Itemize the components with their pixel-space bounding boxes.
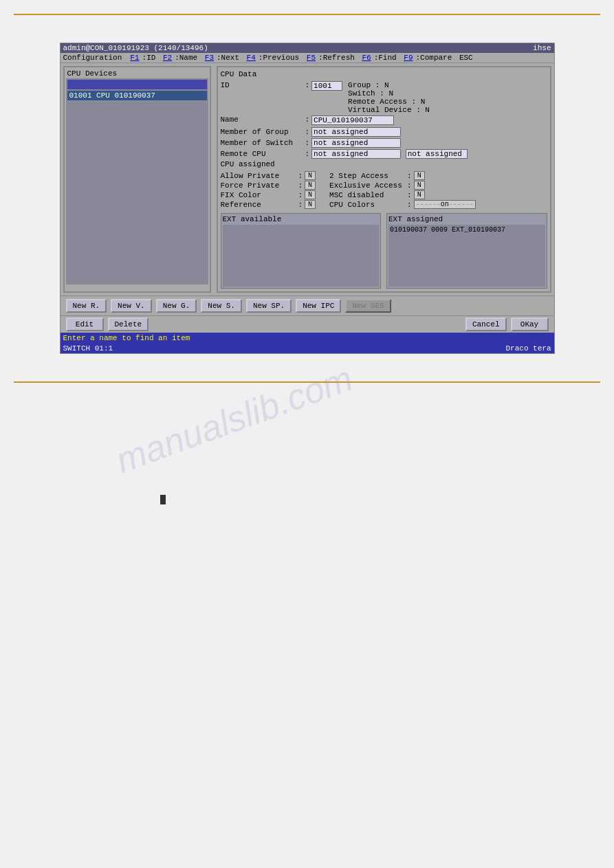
flags-right: 2 Step Access : N Exclusive Access : N M…	[329, 171, 476, 209]
btn-cancel[interactable]: Cancel	[465, 318, 507, 331]
left-panel: CPU Devices 01001 CPU 010190037	[63, 66, 211, 293]
device-list-empty	[67, 101, 207, 280]
id-input[interactable]	[311, 81, 342, 91]
name-input[interactable]	[311, 115, 394, 125]
menu-f5[interactable]: F5:Refresh	[307, 54, 355, 62]
virtual-device-label: Virtual Device : N	[348, 106, 430, 114]
btn-new-ses: New SES	[345, 299, 391, 313]
btn-new-sp[interactable]: New SP.	[246, 299, 292, 313]
remote-cpu-row: Remote CPU :	[221, 149, 547, 159]
status-bar: Enter a name to find an item	[61, 333, 554, 344]
reference-label: Reference	[221, 201, 296, 209]
menu-f9[interactable]: F9:Compare	[404, 54, 452, 62]
bottom-right: Draco tera	[505, 344, 551, 353]
virtual-device-value: N	[425, 106, 430, 114]
name-label: Name	[221, 115, 303, 124]
member-switch-row: Member of Switch :	[221, 138, 547, 148]
bottom-border	[14, 381, 600, 383]
bottom-bar: SWITCH 01:1 Draco tera	[61, 344, 554, 353]
device-item[interactable]: 01001 CPU 010190037	[67, 91, 207, 100]
ext-assigned-title: EXT assigned	[388, 215, 545, 223]
member-group-label: Member of Group	[221, 128, 303, 136]
ext-available-box: EXT available	[221, 213, 382, 289]
menu-f6[interactable]: F6:Find	[362, 54, 396, 62]
btn-okay[interactable]: OKay	[511, 318, 549, 331]
cpu-colors-val[interactable]: ------on------	[414, 200, 476, 209]
title-left: admin@CON_010191923 (2140/13496)	[63, 44, 208, 52]
ext-assigned-box: EXT assigned 010190037 0009 EXT_01019003…	[386, 213, 547, 289]
cpu-data-title: CPU Data	[221, 70, 547, 78]
member-switch-input[interactable]	[311, 138, 401, 148]
id-row: ID : Group : N Switch : N Remote Access …	[221, 81, 547, 114]
force-private-row: Force Private : N	[221, 181, 316, 190]
btn-new-g[interactable]: New G.	[156, 299, 197, 313]
menu-esc[interactable]: ESC	[459, 54, 473, 62]
group-right-labels: Group : N Switch : N Remote Access : N V…	[348, 81, 430, 114]
switch-label: Switch : N	[348, 89, 393, 98]
menu-bar: Configuration F1:ID F2:Name F3:Next F4:P…	[61, 53, 554, 63]
force-private-val[interactable]: N	[305, 181, 316, 190]
fix-color-val[interactable]: N	[305, 190, 316, 199]
allow-private-label: Allow Private	[221, 172, 296, 180]
name-row: Name :	[221, 115, 547, 125]
button-row-1: New R. New V. New G. New S. New SP. New …	[61, 296, 554, 315]
reference-row: Reference : N	[221, 200, 316, 209]
top-border	[14, 14, 600, 15]
btn-new-v[interactable]: New V.	[111, 299, 152, 313]
member-group-row: Member of Group :	[221, 127, 547, 137]
ext-section: EXT available EXT assigned 010190037 000…	[221, 213, 547, 289]
title-right: ihse	[533, 44, 551, 52]
fix-color-label: FIX Color	[221, 191, 296, 199]
remote-access-value: N	[421, 98, 426, 106]
allow-private-row: Allow Private : N	[221, 171, 316, 180]
id-label: ID	[221, 81, 303, 89]
allow-private-val[interactable]: N	[305, 171, 316, 180]
remote-cpu-label: Remote CPU	[221, 150, 303, 158]
bottom-left: SWITCH 01:1	[63, 344, 113, 353]
btn-new-r[interactable]: New R.	[66, 299, 107, 313]
member-group-input[interactable]	[311, 127, 401, 137]
ext-available-title: EXT available	[223, 215, 380, 223]
remote-cpu-input[interactable]	[311, 149, 401, 159]
watermark: manualslib.com	[111, 357, 358, 481]
cpu-colors-label: CPU Colors	[329, 201, 405, 209]
menu-f2[interactable]: F2:Name	[163, 54, 197, 62]
device-highlight	[67, 80, 207, 89]
cpu-devices-title: CPU Devices	[66, 69, 208, 78]
flags-section: Allow Private : N Force Private : N FIX …	[221, 171, 547, 209]
member-switch-label: Member of Switch	[221, 139, 303, 147]
reference-val[interactable]: N	[305, 200, 316, 209]
cpu-colors-row: CPU Colors : ------on------	[329, 200, 476, 209]
msc-disabled-row: MSC disabled : N	[329, 190, 476, 199]
member-section: Member of Group : Member of Switch : Rem…	[221, 127, 547, 168]
exclusive-access-val[interactable]: N	[414, 181, 425, 190]
config-label: Configuration	[63, 54, 122, 62]
menu-f4[interactable]: F4:Previous	[247, 54, 300, 62]
ext-available-list	[223, 225, 380, 287]
main-content: CPU Devices 01001 CPU 010190037 CPU Data…	[61, 63, 554, 296]
menu-f1[interactable]: F1:ID	[130, 54, 155, 62]
switch-value: N	[389, 89, 394, 98]
group-value: N	[384, 81, 389, 89]
device-list: 01001 CPU 010190037	[66, 78, 208, 285]
remote-access-label: Remote Access : N	[348, 98, 425, 106]
menu-f3[interactable]: F3:Next	[205, 54, 239, 62]
fix-color-row: FIX Color : N	[221, 190, 316, 199]
two-step-val[interactable]: N	[414, 171, 425, 180]
btn-new-ipc[interactable]: New IPC	[296, 299, 341, 313]
msc-disabled-val[interactable]: N	[414, 190, 425, 199]
cpu-assigned-label: CPU assigned	[221, 160, 303, 168]
remote-cpu-extra-input[interactable]	[406, 149, 468, 159]
cpu-assigned-row: CPU assigned	[221, 160, 547, 168]
btn-delete[interactable]: Delete	[108, 318, 149, 331]
button-row-2: Edit Delete Cancel OKay	[61, 315, 554, 333]
terminal-window: admin@CON_010191923 (2140/13496) ihse Co…	[60, 43, 555, 354]
msc-disabled-label: MSC disabled	[329, 191, 405, 199]
btn-new-s[interactable]: New S.	[201, 299, 242, 313]
force-private-label: Force Private	[221, 181, 296, 190]
title-bar: admin@CON_010191923 (2140/13496) ihse	[61, 43, 554, 53]
exclusive-access-label: Exclusive Access	[329, 181, 405, 190]
cursor	[160, 495, 166, 504]
btn-edit[interactable]: Edit	[66, 318, 104, 331]
flags-left: Allow Private : N Force Private : N FIX …	[221, 171, 316, 209]
